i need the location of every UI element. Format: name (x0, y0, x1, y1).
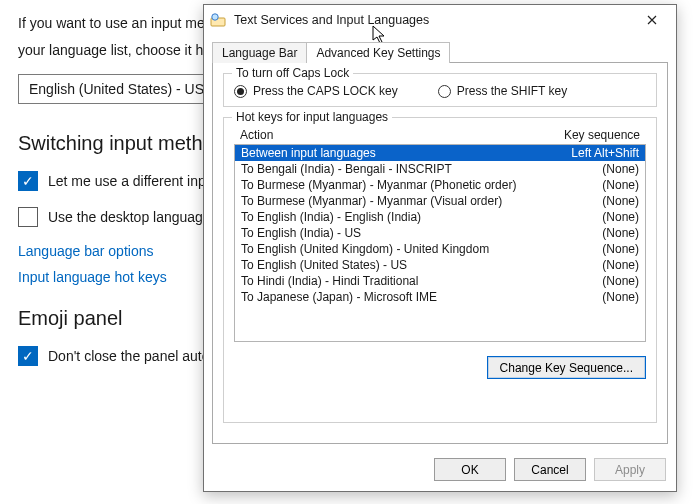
dialog-button-row: OK Cancel Apply (204, 452, 676, 491)
hotkey-sequence: (None) (602, 226, 639, 240)
cancel-button[interactable]: Cancel (514, 458, 586, 481)
hotkey-action: To English (India) - US (241, 226, 361, 240)
column-header-action: Action (240, 128, 273, 142)
apply-button[interactable]: Apply (594, 458, 666, 481)
close-icon (647, 15, 657, 25)
tab-strip: Language Bar Advanced Key Settings (204, 41, 676, 62)
tab-advanced-key-settings[interactable]: Advanced Key Settings (306, 42, 450, 63)
hotkey-action: To English (United Kingdom) - United Kin… (241, 242, 489, 256)
radio-label: Press the SHIFT key (457, 84, 567, 98)
hotkey-sequence: (None) (602, 210, 639, 224)
titlebar[interactable]: Text Services and Input Languages (204, 5, 676, 35)
hotkey-row[interactable]: Between input languagesLeft Alt+Shift (235, 145, 645, 161)
group-hotkeys: Hot keys for input languages Action Key … (223, 117, 657, 423)
keyboard-globe-icon (210, 12, 226, 28)
hotkey-sequence: (None) (602, 242, 639, 256)
hotkey-sequence: (None) (602, 290, 639, 304)
checkbox-icon (18, 207, 38, 227)
hotkey-sequence: (None) (602, 194, 639, 208)
hotkey-action: To Bengali (India) - Bengali - INSCRIPT (241, 162, 452, 176)
group-caps-lock: To turn off Caps Lock Press the CAPS LOC… (223, 73, 657, 107)
hotkey-row[interactable]: To English (United Kingdom) - United Kin… (235, 241, 645, 257)
hotkey-sequence: Left Alt+Shift (571, 146, 639, 160)
svg-point-1 (212, 14, 218, 20)
close-button[interactable] (634, 7, 670, 33)
change-key-sequence-button[interactable]: Change Key Sequence... (487, 356, 646, 379)
tab-language-bar[interactable]: Language Bar (212, 42, 306, 63)
dialog-title: Text Services and Input Languages (234, 13, 429, 27)
hotkey-action: To Burmese (Myanmar) - Myanmar (Visual o… (241, 194, 502, 208)
hotkey-action: To Japanese (Japan) - Microsoft IME (241, 290, 437, 304)
radio-icon (438, 85, 451, 98)
hotkey-action: To English (United States) - US (241, 258, 407, 272)
hotkey-row[interactable]: To Burmese (Myanmar) - Myanmar (Visual o… (235, 193, 645, 209)
radio-label: Press the CAPS LOCK key (253, 84, 398, 98)
hotkey-list[interactable]: Between input languagesLeft Alt+ShiftTo … (234, 144, 646, 342)
checkbox-icon: ✓ (18, 346, 38, 366)
ok-button[interactable]: OK (434, 458, 506, 481)
hotkey-row[interactable]: To Hindi (India) - Hindi Traditional(Non… (235, 273, 645, 289)
hotkey-row[interactable]: To English (United States) - US(None) (235, 257, 645, 273)
text-services-dialog: Text Services and Input Languages Langua… (203, 4, 677, 492)
hotkey-sequence: (None) (602, 258, 639, 272)
hotkey-action: Between input languages (241, 146, 376, 160)
hotkey-action: To Burmese (Myanmar) - Myanmar (Phonetic… (241, 178, 516, 192)
checkbox-icon: ✓ (18, 171, 38, 191)
hotkey-action: To English (India) - English (India) (241, 210, 421, 224)
hotkey-sequence: (None) (602, 162, 639, 176)
radio-caps-lock[interactable]: Press the CAPS LOCK key (234, 84, 398, 98)
hotkey-row[interactable]: To Japanese (Japan) - Microsoft IME(None… (235, 289, 645, 305)
group-legend-hotkeys: Hot keys for input languages (232, 110, 392, 124)
hotkey-row[interactable]: To Bengali (India) - Bengali - INSCRIPT(… (235, 161, 645, 177)
group-legend-caps: To turn off Caps Lock (232, 66, 353, 80)
hotkey-sequence: (None) (602, 178, 639, 192)
hotkey-row[interactable]: To English (India) - US(None) (235, 225, 645, 241)
radio-shift[interactable]: Press the SHIFT key (438, 84, 567, 98)
tab-panel-advanced: To turn off Caps Lock Press the CAPS LOC… (212, 62, 668, 444)
radio-icon (234, 85, 247, 98)
hotkey-sequence: (None) (602, 274, 639, 288)
hotkey-row[interactable]: To Burmese (Myanmar) - Myanmar (Phonetic… (235, 177, 645, 193)
column-header-key-sequence: Key sequence (564, 128, 640, 142)
hotkey-action: To Hindi (India) - Hindi Traditional (241, 274, 418, 288)
hotkey-row[interactable]: To English (India) - English (India)(Non… (235, 209, 645, 225)
